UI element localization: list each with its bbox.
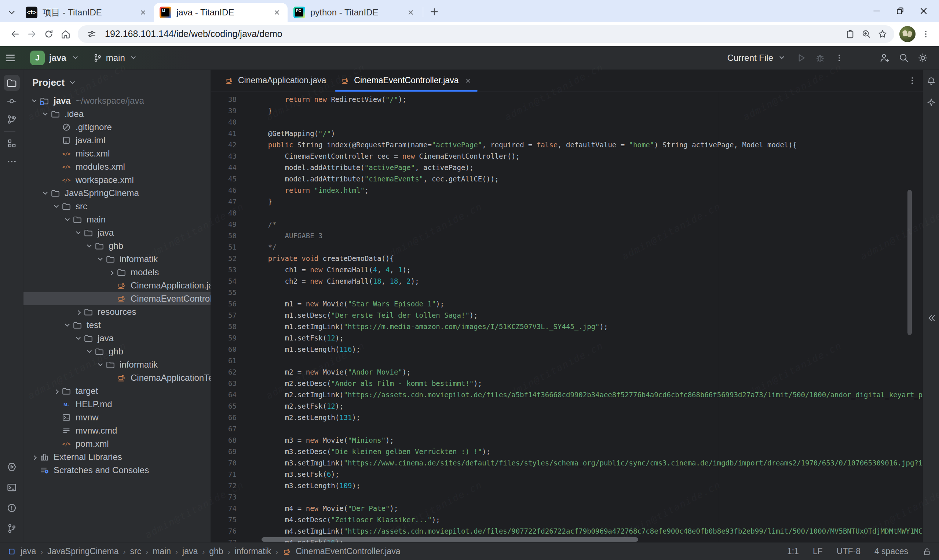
- clipboard-icon[interactable]: [842, 26, 858, 42]
- more-actions-icon[interactable]: [831, 50, 847, 66]
- breadcrumb-item[interactable]: ghb: [209, 546, 223, 556]
- tree-toggle-icon[interactable]: [40, 109, 51, 119]
- tree-item[interactable]: ghb: [23, 345, 211, 358]
- file-encoding[interactable]: UTF-8: [837, 546, 860, 556]
- breadcrumb-item[interactable]: main: [153, 546, 171, 556]
- tree-toggle-icon[interactable]: [29, 452, 40, 462]
- close-window-button[interactable]: [912, 1, 935, 21]
- project-panel-header[interactable]: Project: [23, 70, 211, 88]
- tree-toggle-icon[interactable]: [29, 96, 40, 106]
- tree-item[interactable]: CinemaEventController.java: [23, 292, 211, 305]
- project-widget[interactable]: J java: [30, 51, 80, 65]
- tree-item[interactable]: JavaSpringCinema: [23, 186, 211, 200]
- restore-button[interactable]: [888, 1, 912, 21]
- address-bar[interactable]: 192.168.101.144/ide/web/coding/java/demo: [78, 25, 894, 43]
- ai-assistant-icon[interactable]: [925, 96, 938, 109]
- breadcrumb-item[interactable]: java: [182, 546, 198, 556]
- editor-tab-options-icon[interactable]: [907, 76, 917, 85]
- tree-item[interactable]: External Libraries: [23, 451, 211, 464]
- tree-item[interactable]: .gitignore: [23, 121, 211, 134]
- browser-tab[interactable]: IJjava - TitanIDE: [154, 3, 288, 22]
- tree-toggle-icon[interactable]: [72, 228, 83, 237]
- tool-window-vcs-icon[interactable]: [4, 111, 20, 128]
- collapse-panel-icon[interactable]: [925, 312, 938, 325]
- breadcrumb-item[interactable]: java: [20, 546, 36, 556]
- tree-toggle-icon[interactable]: [72, 307, 83, 317]
- tree-item[interactable]: target: [23, 385, 211, 398]
- profile-avatar[interactable]: [899, 26, 916, 42]
- tree-item[interactable]: </>workspace.xml: [23, 173, 211, 186]
- breadcrumb-item[interactable]: JavaSpringCinema: [47, 546, 119, 556]
- new-tab-button[interactable]: [427, 5, 442, 19]
- tree-item[interactable]: mvnw.cmd: [23, 424, 211, 437]
- tree-item[interactable]: java: [23, 226, 211, 239]
- tree-toggle-icon[interactable]: [106, 268, 117, 277]
- tree-item[interactable]: test: [23, 318, 211, 332]
- tool-window-structure-icon[interactable]: [4, 135, 20, 151]
- tree-item[interactable]: mvnw: [23, 411, 211, 424]
- code-editor[interactable]: 38 return new RedirectView("/");39 }4041…: [211, 92, 923, 542]
- close-tab-icon[interactable]: [271, 7, 282, 18]
- breadcrumb-item[interactable]: CinemaEventController.java: [296, 546, 400, 556]
- indent-style[interactable]: 4 spaces: [874, 546, 908, 556]
- tool-window-services-icon[interactable]: [4, 459, 20, 475]
- vertical-scrollbar[interactable]: [907, 190, 912, 335]
- tree-item[interactable]: M↓HELP.md: [23, 398, 211, 411]
- tree-item[interactable]: ghb: [23, 239, 211, 252]
- tool-window-project-icon[interactable]: [4, 75, 20, 91]
- tool-window-more-icon[interactable]: [4, 154, 20, 170]
- bookmark-star-icon[interactable]: [874, 26, 891, 42]
- horizontal-scrollbar[interactable]: [262, 537, 638, 542]
- browser-menu-icon[interactable]: [919, 26, 933, 42]
- tree-item[interactable]: </>pom.xml: [23, 437, 211, 451]
- tree-toggle-icon[interactable]: [51, 386, 62, 396]
- minimize-button[interactable]: [865, 1, 888, 21]
- tool-window-terminal-icon[interactable]: [4, 479, 20, 495]
- reload-button[interactable]: [40, 26, 57, 43]
- caret-position[interactable]: 1:1: [787, 546, 799, 556]
- tree-item[interactable]: java.iml: [23, 134, 211, 147]
- tab-search-icon[interactable]: [4, 5, 20, 20]
- tree-toggle-icon[interactable]: [95, 254, 106, 264]
- tree-toggle-icon[interactable]: [83, 347, 95, 356]
- editor-tab[interactable]: CinemaApplication.java: [217, 70, 333, 91]
- tree-item[interactable]: .idea: [23, 108, 211, 121]
- tree-item[interactable]: java~/workspace/java: [23, 94, 211, 108]
- tree-toggle-icon[interactable]: [62, 215, 72, 224]
- tree-item[interactable]: resources: [23, 305, 211, 318]
- tree-toggle-icon[interactable]: [51, 202, 62, 211]
- tree-item[interactable]: </>modules.xml: [23, 160, 211, 173]
- line-ending[interactable]: LF: [813, 546, 823, 556]
- tree-item[interactable]: src: [23, 200, 211, 213]
- close-tab-icon[interactable]: [137, 7, 148, 18]
- run-configuration-selector[interactable]: Current File: [727, 53, 786, 63]
- editor-tab[interactable]: CinemaEventController.java: [333, 70, 479, 91]
- breadcrumb-item[interactable]: informatik: [235, 546, 271, 556]
- lock-open-icon[interactable]: [922, 547, 932, 556]
- tool-window-git-icon[interactable]: [4, 520, 20, 537]
- tree-item[interactable]: informatik: [23, 252, 211, 266]
- tree-toggle-icon[interactable]: [83, 241, 95, 251]
- tree-toggle-icon[interactable]: [95, 360, 106, 369]
- tree-item[interactable]: main: [23, 213, 211, 226]
- tree-toggle-icon[interactable]: [40, 188, 51, 198]
- close-tab-icon[interactable]: [405, 7, 416, 18]
- run-button[interactable]: [793, 50, 809, 66]
- main-menu-icon[interactable]: [0, 52, 20, 64]
- browser-tab[interactable]: <t>项目 - TitanIDE: [20, 3, 154, 22]
- tree-item[interactable]: CinemaApplicationTests.java: [23, 371, 211, 385]
- zoom-icon[interactable]: [858, 26, 874, 42]
- tree-item[interactable]: Scratches and Consoles: [23, 464, 211, 477]
- site-settings-icon[interactable]: [83, 26, 100, 42]
- breadcrumb-item[interactable]: src: [130, 546, 142, 556]
- tree-item[interactable]: CinemaApplication.java: [23, 279, 211, 292]
- tree-item[interactable]: </>misc.xml: [23, 147, 211, 160]
- close-tab-icon[interactable]: [464, 77, 472, 84]
- tree-toggle-icon[interactable]: [62, 320, 72, 330]
- search-everywhere-icon[interactable]: [896, 50, 912, 66]
- branch-widget[interactable]: main: [93, 53, 138, 63]
- back-button[interactable]: [6, 26, 23, 43]
- settings-gear-icon[interactable]: [915, 50, 931, 66]
- forward-button[interactable]: [23, 26, 40, 43]
- code-with-me-icon[interactable]: [877, 50, 893, 66]
